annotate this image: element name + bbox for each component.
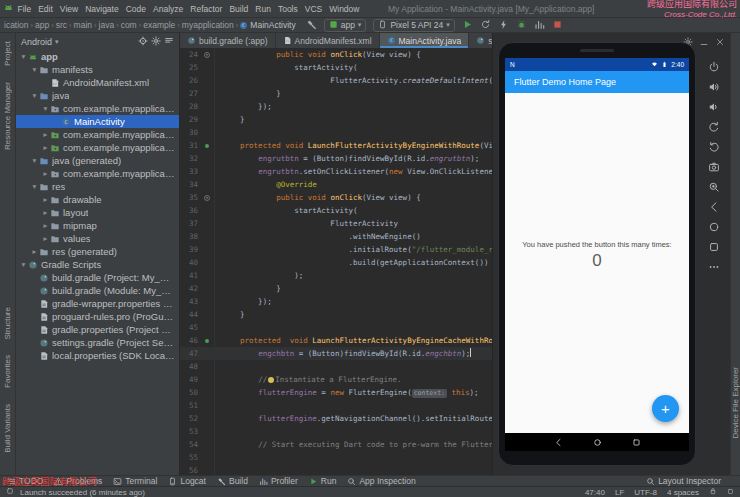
editor-tab-build-gradle-app[interactable]: build.gradle (:app)	[180, 33, 276, 48]
project-options-gear-button[interactable]	[151, 36, 161, 48]
emulator-home-button[interactable]	[708, 221, 720, 233]
tree-item-settings-gradle-project-settings[interactable]: settings.gradle (Project Settings)	[16, 336, 179, 349]
tree-item-gradle-wrapper-properties-gradle-version[interactable]: gradle-wrapper.properties (Gradle Versio…	[16, 297, 179, 310]
tool-strip-resource-manager[interactable]: Resource Manager	[3, 82, 12, 150]
emulator-volume-up-button[interactable]	[708, 81, 720, 93]
intention-bulb-icon[interactable]	[268, 377, 274, 383]
target-icon[interactable]	[138, 36, 148, 46]
line-number[interactable]: 54	[180, 438, 202, 451]
hammer-icon[interactable]	[306, 19, 317, 30]
tree-item-androidmanifest-xml[interactable]: AndroidManifest.xml	[16, 76, 179, 89]
emulator-camera-button[interactable]	[708, 161, 720, 173]
menu-run[interactable]: Run	[252, 4, 275, 14]
breadcrumb-item[interactable]: ication	[3, 20, 30, 30]
line-number[interactable]: 52	[180, 412, 202, 425]
close-icon[interactable]	[715, 37, 725, 47]
tool-strip-device-file-explorer[interactable]: Device File Explorer	[731, 367, 740, 439]
line-number[interactable]: 32	[180, 152, 202, 165]
menu-file[interactable]: File	[14, 4, 35, 14]
collapse-icon[interactable]	[164, 36, 174, 46]
menu-view[interactable]: View	[56, 4, 81, 14]
bug-icon[interactable]	[516, 19, 527, 30]
menu-refactor[interactable]: Refactor	[187, 4, 226, 14]
project-view-selector[interactable]: Android	[21, 37, 52, 47]
line-number[interactable]: 43	[180, 295, 202, 308]
line-number[interactable]: 31	[180, 139, 202, 152]
tool-window-terminal[interactable]: Terminal	[113, 476, 157, 486]
tree-chevron-icon[interactable]: ▸	[41, 195, 50, 204]
line-number[interactable]: 41	[180, 269, 202, 282]
menu-window[interactable]: Window	[326, 4, 363, 14]
menu-vcs[interactable]: VCS	[301, 4, 325, 14]
menu-tools[interactable]: Tools	[274, 4, 301, 14]
tree-chevron-icon[interactable]: ▸	[41, 234, 50, 243]
indent-setting[interactable]: 4 spaces	[667, 488, 699, 497]
emulator-rotate-right-button[interactable]	[708, 141, 720, 153]
line-number[interactable]: 53	[180, 425, 202, 438]
line-number[interactable]: 26	[180, 74, 202, 87]
menu-build[interactable]: Build	[226, 4, 252, 14]
tree-chevron-icon[interactable]: ▾	[30, 182, 39, 191]
emulator-rotate-left-button[interactable]	[708, 121, 720, 133]
tool-window-profiler[interactable]: Profiler	[259, 476, 298, 486]
emulator-more-button[interactable]	[708, 261, 720, 273]
tool-window-run[interactable]: Run	[309, 476, 337, 486]
apply-changes-button[interactable]	[480, 19, 491, 32]
bolt-icon[interactable]	[498, 19, 509, 30]
tree-chevron-icon[interactable]: ▾	[30, 156, 39, 165]
tree-item-drawable[interactable]: ▸drawable	[16, 193, 179, 206]
line-number[interactable]: 36	[180, 204, 202, 217]
tree-chevron-icon[interactable]: ▾	[19, 52, 28, 61]
tree-chevron-icon[interactable]: ▸	[30, 247, 39, 256]
lock-icon[interactable]	[709, 487, 717, 497]
nav-home-button[interactable]	[593, 438, 602, 447]
device-selector[interactable]: Pixel 5 API 24 ▾	[373, 19, 454, 32]
locate-file-button[interactable]	[138, 36, 148, 48]
debug-button[interactable]	[516, 19, 527, 32]
line-number[interactable]: 28	[180, 100, 202, 113]
gutter-method-marker-icon[interactable]	[202, 334, 215, 347]
profiler-icon[interactable]	[534, 19, 545, 30]
minimize-icon[interactable]	[699, 37, 709, 47]
line-number[interactable]: 42	[180, 282, 202, 295]
line-number[interactable]: 40	[180, 256, 202, 269]
tree-chevron-icon[interactable]: ▾	[30, 91, 39, 100]
nav-back-button[interactable]	[554, 438, 563, 447]
run-icon[interactable]	[462, 19, 473, 30]
line-number[interactable]: 49	[180, 373, 202, 386]
collapse-all-button[interactable]	[164, 36, 174, 48]
profiler-button[interactable]	[534, 19, 545, 32]
tool-window-layout-inspector[interactable]: Layout Inspector	[646, 476, 733, 486]
tree-item-res-generated[interactable]: ▸res (generated)	[16, 245, 179, 258]
tree-item-java[interactable]: ▾java	[16, 89, 179, 102]
emulator-volume-down-button[interactable]	[708, 101, 720, 113]
tree-item-layout[interactable]: ▸layout	[16, 206, 179, 219]
line-number[interactable]: 46	[180, 334, 202, 347]
line-number[interactable]: 44	[180, 308, 202, 321]
line-number[interactable]: 37	[180, 217, 202, 230]
tree-item-mainactivity[interactable]: CMainActivity	[16, 115, 179, 128]
run-button[interactable]	[462, 19, 473, 32]
line-number[interactable]: 39	[180, 243, 202, 256]
tree-item-res[interactable]: ▾res	[16, 180, 179, 193]
tool-strip-favorites[interactable]: Favorites	[3, 355, 12, 388]
tree-item-com-example-myapplication-androidtest[interactable]: ▸com.example.myapplication (androidTest)	[16, 128, 179, 141]
apply-code-changes-button[interactable]	[498, 19, 509, 32]
stop-icon[interactable]	[552, 19, 563, 30]
tree-chevron-icon[interactable]: ▸	[41, 208, 50, 217]
tree-item-com-example-myapplication-test[interactable]: ▸com.example.myapplication (test)	[16, 141, 179, 154]
line-number[interactable]: 35	[180, 191, 202, 204]
breadcrumb-item[interactable]: myapplication	[181, 20, 235, 30]
menu-code[interactable]: Code	[122, 4, 149, 14]
line-number[interactable]: 24	[180, 48, 202, 61]
emulator-power-button[interactable]	[708, 61, 720, 73]
tree-item-mipmap[interactable]: ▸mipmap	[16, 219, 179, 232]
code-editor[interactable]: 24 public void onClick(View view) {25 st…	[180, 48, 492, 475]
editor-tab-androidmanifest-xml[interactable]: AndroidManifest.xml	[276, 33, 380, 48]
stop-button[interactable]	[552, 19, 563, 32]
file-encoding[interactable]: UTF-8	[634, 488, 657, 497]
tool-strip-structure[interactable]: Structure	[3, 307, 12, 339]
tree-chevron-icon[interactable]: ▸	[41, 169, 50, 178]
editor-tab-mainactivity-java[interactable]: CMainActivity.java	[380, 33, 470, 48]
tool-strip-project[interactable]: Project	[3, 41, 12, 66]
